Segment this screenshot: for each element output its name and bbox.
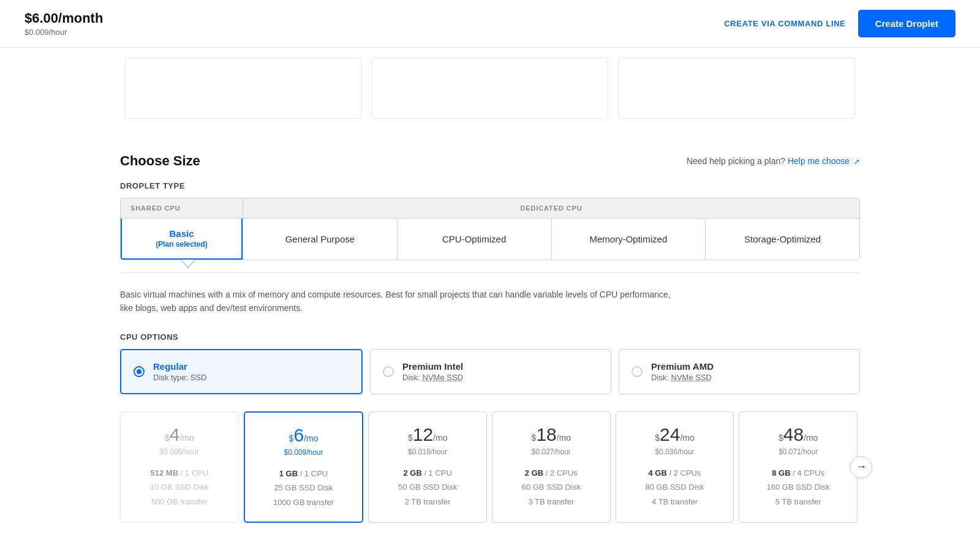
specs-4: 512 MB / 1 CPU 10 GB SSD Disk 500 GB tra… — [130, 466, 228, 509]
amd-disk-type: NVMe SSD — [671, 373, 712, 382]
pricing-row: $ 4 /mo $0.006/hour 512 MB / 1 CPU 10 GB… — [120, 411, 860, 523]
help-prefix: Need help picking a plan? — [687, 156, 785, 166]
external-link-icon: ➚ — [854, 157, 860, 166]
amd-disk: Disk: NVMe SSD — [651, 373, 714, 382]
mo-24: /mo — [680, 433, 694, 443]
pricing-next-button[interactable]: → — [850, 456, 872, 478]
cpu-options-label: CPU options — [120, 332, 860, 342]
dollar-48: $ — [778, 433, 783, 443]
memory-optimized-label: Memory-Optimized — [590, 234, 668, 244]
droplet-type-label: Droplet Type — [120, 181, 860, 190]
placeholder-cards — [0, 48, 980, 129]
dollar-4: $ — [165, 433, 170, 443]
regular-disk: Disk type: SSD — [153, 373, 206, 382]
top-bar-actions: CREATE VIA COMMAND LINE Create Droplet — [724, 10, 956, 37]
amount-48: 48 — [783, 424, 804, 445]
hourly-18: $0.027/hour — [502, 448, 600, 456]
tab-divider — [120, 272, 860, 273]
tab-option-cpu-optimized[interactable]: CPU-Optimized — [398, 219, 552, 260]
mo-4: /mo — [179, 433, 194, 443]
pricing-card-18[interactable]: $ 18 /mo $0.027/hour 2 GB / 2 CPUs 60 GB… — [492, 411, 611, 523]
tab-option-storage-optimized[interactable]: Storage-Optimized — [706, 219, 859, 260]
dollar-6: $ — [289, 433, 294, 443]
price-block: $6.00/month $0.009/hour — [24, 10, 103, 37]
tab-selected-arrow — [181, 260, 195, 269]
price-display-24: $ 24 /mo — [626, 424, 724, 445]
help-text: Need help picking a plan? Help me choose… — [687, 156, 860, 166]
cpu-options-row: Regular Disk type: SSD Premium Intel Dis… — [120, 349, 860, 394]
placeholder-card-2 — [372, 58, 609, 119]
hourly-6: $0.009/hour — [255, 448, 353, 457]
tab-arrow-row — [120, 260, 860, 272]
help-me-choose-link[interactable]: Help me choose — [788, 156, 850, 166]
placeholder-card-1 — [125, 58, 362, 119]
amd-name: Premium AMD — [651, 361, 714, 372]
dollar-24: $ — [655, 433, 660, 443]
radio-regular — [134, 366, 145, 377]
radio-premium-amd — [631, 366, 643, 377]
section-header: Choose Size Need help picking a plan? He… — [120, 153, 860, 169]
price-display-48: $ 48 /mo — [749, 424, 847, 445]
regular-name: Regular — [153, 361, 206, 372]
intel-disk: Disk: NVMe SSD — [402, 373, 463, 382]
cpu-option-regular[interactable]: Regular Disk type: SSD — [120, 349, 363, 394]
cpu-option-amd-info: Premium AMD Disk: NVMe SSD — [651, 361, 714, 382]
hourly-48: $0.071/hour — [749, 448, 847, 456]
amount-18: 18 — [536, 424, 556, 445]
pricing-card-48[interactable]: $ 48 /mo $0.071/hour 8 GB / 4 CPUs 160 G… — [739, 411, 858, 523]
specs-12: 2 GB / 1 CPU 50 GB SSD Disk 2 TB transfe… — [379, 466, 477, 509]
mo-6: /mo — [304, 433, 318, 443]
plan-selected-label: (Plan selected) — [156, 240, 208, 249]
choose-size-title: Choose Size — [120, 153, 200, 169]
amount-6: 6 — [293, 425, 304, 446]
hourly-24: $0.036/hour — [626, 448, 724, 456]
create-via-command-line-button[interactable]: CREATE VIA COMMAND LINE — [724, 19, 845, 28]
dollar-12: $ — [408, 433, 413, 443]
plan-description: Basic virtual machines with a mix of mem… — [120, 288, 671, 315]
main-content: Choose Size Need help picking a plan? He… — [0, 153, 980, 523]
cpu-optimized-label: CPU-Optimized — [442, 234, 506, 244]
price-display-6: $ 6 /mo — [255, 425, 353, 446]
pricing-card-6[interactable]: $ 6 /mo $0.009/hour 1 GB / 1 CPU 25 GB S… — [244, 411, 364, 523]
mo-12: /mo — [433, 433, 447, 443]
top-bar: $6.00/month $0.009/hour CREATE VIA COMMA… — [0, 0, 980, 48]
price-display-12: $ 12 /mo — [379, 424, 477, 445]
cpu-option-regular-info: Regular Disk type: SSD — [153, 361, 206, 382]
shared-cpu-options: Basic (Plan selected) — [121, 219, 243, 260]
tab-option-general-purpose[interactable]: General Purpose — [243, 219, 398, 260]
cpu-tabs: SHARED CPU Basic (Plan selected) DEDICAT… — [120, 198, 860, 260]
dedicated-cpu-column: DEDICATED CPU General Purpose CPU-Optimi… — [243, 198, 859, 260]
amount-4: 4 — [170, 424, 180, 445]
cpu-option-premium-amd[interactable]: Premium AMD Disk: NVMe SSD — [619, 349, 860, 394]
pricing-card-12[interactable]: $ 12 /mo $0.018/hour 2 GB / 1 CPU 50 GB … — [368, 411, 487, 523]
hourly-4: $0.006/hour — [130, 448, 228, 456]
specs-48: 8 GB / 4 CPUs 160 GB SSD Disk 5 TB trans… — [749, 466, 847, 509]
create-droplet-button[interactable]: Create Droplet — [858, 10, 956, 37]
radio-dot-regular — [137, 369, 141, 374]
basic-label: Basic — [156, 228, 208, 239]
price-display-4: $ 4 /mo — [130, 424, 228, 445]
pricing-card-24[interactable]: $ 24 /mo $0.036/hour 4 GB / 2 CPUs 80 GB… — [616, 411, 734, 523]
shared-cpu-header: SHARED CPU — [121, 198, 243, 219]
cpu-option-intel-info: Premium Intel Disk: NVMe SSD — [402, 361, 463, 382]
price-main: $6.00/month — [24, 10, 103, 26]
price-display-18: $ 18 /mo — [502, 424, 600, 445]
amount-12: 12 — [413, 424, 433, 445]
specs-6: 1 GB / 1 CPU 25 GB SSD Disk 1000 GB tran… — [255, 467, 353, 509]
mo-18: /mo — [557, 433, 571, 443]
shared-cpu-column: SHARED CPU Basic (Plan selected) — [121, 198, 243, 260]
cpu-option-premium-intel[interactable]: Premium Intel Disk: NVMe SSD — [370, 349, 611, 394]
dollar-18: $ — [532, 433, 537, 443]
dedicated-cpu-header: DEDICATED CPU — [243, 198, 859, 219]
tab-option-memory-optimized[interactable]: Memory-Optimized — [552, 219, 706, 260]
mo-48: /mo — [804, 433, 818, 443]
storage-optimized-label: Storage-Optimized — [744, 234, 821, 244]
specs-18: 2 GB / 2 CPUs 60 GB SSD Disk 3 TB transf… — [502, 466, 600, 509]
placeholder-card-3 — [618, 58, 855, 119]
intel-disk-type: NVMe SSD — [423, 373, 463, 382]
tab-option-basic[interactable]: Basic (Plan selected) — [121, 219, 243, 260]
amount-24: 24 — [660, 424, 680, 445]
price-hour: $0.009/hour — [24, 28, 103, 37]
pricing-card-4[interactable]: $ 4 /mo $0.006/hour 512 MB / 1 CPU 10 GB… — [120, 411, 239, 523]
intel-name: Premium Intel — [402, 361, 463, 372]
